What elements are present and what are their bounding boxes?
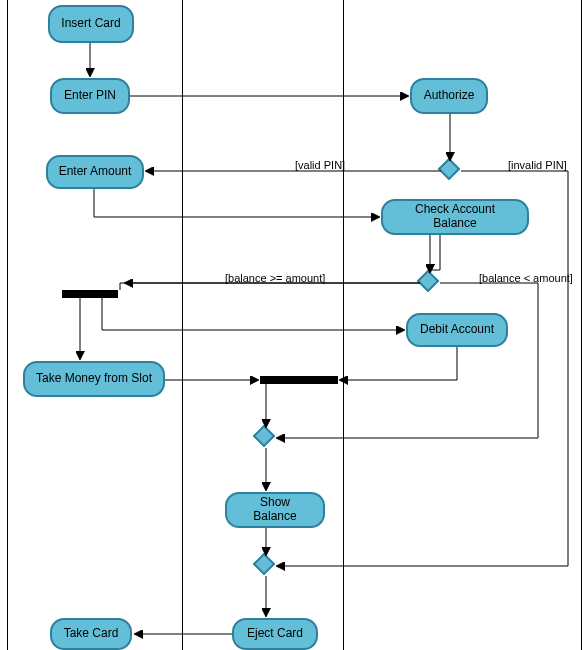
activity-eject-card: Eject Card bbox=[232, 618, 318, 650]
activity-debit-account: Debit Account bbox=[406, 313, 508, 347]
fork-bar bbox=[62, 290, 118, 298]
activity-enter-pin: Enter PIN bbox=[50, 78, 130, 114]
activity-authorize: Authorize bbox=[410, 78, 488, 114]
activity-insert-card: Insert Card bbox=[48, 5, 134, 43]
swimlane-border bbox=[581, 0, 582, 650]
join-bar bbox=[260, 376, 338, 384]
activity-show-balance: Show Balance bbox=[225, 492, 325, 528]
guard-invalid-pin: [invalid PIN] bbox=[508, 159, 567, 171]
swimlane-border bbox=[182, 0, 183, 650]
activity-diagram: Insert Card Enter PIN Authorize Enter Am… bbox=[0, 0, 587, 650]
activity-enter-amount: Enter Amount bbox=[46, 155, 144, 189]
guard-valid-pin: [valid PIN] bbox=[295, 159, 345, 171]
swimlane-border bbox=[343, 0, 344, 650]
activity-take-card: Take Card bbox=[50, 618, 132, 650]
merge-node-2 bbox=[253, 553, 276, 576]
decision-pin bbox=[438, 158, 461, 181]
guard-balance-lt: [balance < amount] bbox=[479, 272, 573, 284]
merge-node-1 bbox=[253, 425, 276, 448]
activity-take-money-from-slot: Take Money from Slot bbox=[23, 361, 165, 397]
swimlane-border bbox=[7, 0, 8, 650]
activity-check-account-balance: Check Account Balance bbox=[381, 199, 529, 235]
guard-balance-ge: [balance >= amount] bbox=[225, 272, 325, 284]
decision-balance bbox=[417, 270, 440, 293]
